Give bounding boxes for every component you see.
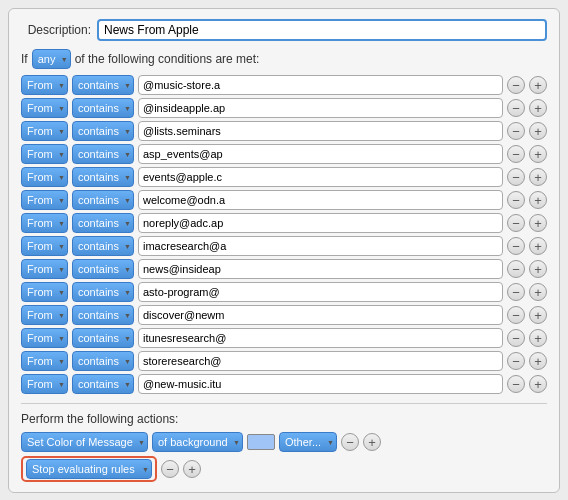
- remove-rule-11[interactable]: −: [507, 329, 525, 347]
- rule-val-8[interactable]: [138, 259, 503, 279]
- remove-rule-3[interactable]: −: [507, 145, 525, 163]
- rule-row-10: From contains − +: [21, 305, 547, 325]
- rule-field-5[interactable]: From: [21, 190, 68, 210]
- rule-val-9[interactable]: [138, 282, 503, 302]
- rule-op-7[interactable]: contains: [72, 236, 134, 256]
- add-rule-6[interactable]: +: [529, 214, 547, 232]
- rule-row-11: From contains − +: [21, 328, 547, 348]
- remove-rule-4[interactable]: −: [507, 168, 525, 186]
- rule-field-12[interactable]: From: [21, 351, 68, 371]
- rule-row-9: From contains − +: [21, 282, 547, 302]
- rule-op-12[interactable]: contains: [72, 351, 134, 371]
- divider: [21, 403, 547, 404]
- rule-op-10[interactable]: contains: [72, 305, 134, 325]
- rule-field-2[interactable]: From: [21, 121, 68, 141]
- remove-rule-0[interactable]: −: [507, 76, 525, 94]
- add-rule-3[interactable]: +: [529, 145, 547, 163]
- add-rule-10[interactable]: +: [529, 306, 547, 324]
- rule-val-10[interactable]: [138, 305, 503, 325]
- action-field-1[interactable]: Set Color of Message: [21, 432, 148, 452]
- add-rule-0[interactable]: +: [529, 76, 547, 94]
- rule-val-7[interactable]: [138, 236, 503, 256]
- rule-field-4[interactable]: From: [21, 167, 68, 187]
- rule-val-2[interactable]: [138, 121, 503, 141]
- rule-field-9[interactable]: From: [21, 282, 68, 302]
- rule-op-2[interactable]: contains: [72, 121, 134, 141]
- rule-field-1[interactable]: From: [21, 98, 68, 118]
- color-swatch: [247, 434, 275, 450]
- remove-rule-1[interactable]: −: [507, 99, 525, 117]
- rule-field-8[interactable]: From: [21, 259, 68, 279]
- rule-row-3: From contains − +: [21, 144, 547, 164]
- action-color-select[interactable]: Other...: [279, 432, 337, 452]
- rule-op-13[interactable]: contains: [72, 374, 134, 394]
- rule-row-13: From contains − +: [21, 374, 547, 394]
- action-op-1[interactable]: of background: [152, 432, 243, 452]
- rule-field-3[interactable]: From: [21, 144, 68, 164]
- rule-op-0[interactable]: contains: [72, 75, 134, 95]
- add-rule-12[interactable]: +: [529, 352, 547, 370]
- rule-op-1[interactable]: contains: [72, 98, 134, 118]
- rule-field-6[interactable]: From: [21, 213, 68, 233]
- remove-rule-5[interactable]: −: [507, 191, 525, 209]
- rule-field-7[interactable]: From: [21, 236, 68, 256]
- remove-rule-8[interactable]: −: [507, 260, 525, 278]
- rule-val-13[interactable]: [138, 374, 503, 394]
- remove-rule-13[interactable]: −: [507, 375, 525, 393]
- add-rule-1[interactable]: +: [529, 99, 547, 117]
- add-rule-2[interactable]: +: [529, 122, 547, 140]
- description-input[interactable]: [97, 19, 547, 41]
- add-rule-8[interactable]: +: [529, 260, 547, 278]
- rule-val-6[interactable]: [138, 213, 503, 233]
- action-field-2[interactable]: Stop evaluating rules: [26, 459, 152, 479]
- rule-field-0[interactable]: From: [21, 75, 68, 95]
- add-action-2[interactable]: +: [183, 460, 201, 478]
- any-select-wrapper: any all: [32, 49, 71, 69]
- remove-rule-2[interactable]: −: [507, 122, 525, 140]
- rule-val-0[interactable]: [138, 75, 503, 95]
- add-rule-5[interactable]: +: [529, 191, 547, 209]
- action-row-2: Stop evaluating rules − +: [21, 456, 547, 482]
- remove-rule-10[interactable]: −: [507, 306, 525, 324]
- rule-op-9[interactable]: contains: [72, 282, 134, 302]
- add-action-1[interactable]: +: [363, 433, 381, 451]
- stop-rule-container: Stop evaluating rules: [21, 456, 157, 482]
- condition-header: If any all of the following conditions a…: [21, 49, 547, 69]
- rule-row-4: From contains − +: [21, 167, 547, 187]
- rule-field-13[interactable]: From: [21, 374, 68, 394]
- remove-rule-6[interactable]: −: [507, 214, 525, 232]
- any-select[interactable]: any all: [32, 49, 71, 69]
- description-row: Description:: [21, 19, 547, 41]
- remove-action-1[interactable]: −: [341, 433, 359, 451]
- add-rule-11[interactable]: +: [529, 329, 547, 347]
- rules-panel: Description: If any all of the following…: [8, 8, 560, 493]
- rule-field-10[interactable]: From: [21, 305, 68, 325]
- remove-action-2[interactable]: −: [161, 460, 179, 478]
- remove-rule-12[interactable]: −: [507, 352, 525, 370]
- add-rule-9[interactable]: +: [529, 283, 547, 301]
- add-rule-7[interactable]: +: [529, 237, 547, 255]
- add-rule-13[interactable]: +: [529, 375, 547, 393]
- rule-op-6[interactable]: contains: [72, 213, 134, 233]
- rule-row-6: From contains − +: [21, 213, 547, 233]
- rule-op-3[interactable]: contains: [72, 144, 134, 164]
- rule-val-1[interactable]: [138, 98, 503, 118]
- rule-val-5[interactable]: [138, 190, 503, 210]
- description-label: Description:: [21, 23, 91, 37]
- remove-rule-9[interactable]: −: [507, 283, 525, 301]
- rule-row-0: From contains − +: [21, 75, 547, 95]
- actions-label: Perform the following actions:: [21, 412, 547, 426]
- rule-field-11[interactable]: From: [21, 328, 68, 348]
- rules-list: From contains − + From contains − + From: [21, 75, 547, 395]
- rule-val-12[interactable]: [138, 351, 503, 371]
- rule-op-5[interactable]: contains: [72, 190, 134, 210]
- rule-val-4[interactable]: [138, 167, 503, 187]
- add-rule-4[interactable]: +: [529, 168, 547, 186]
- rule-val-11[interactable]: [138, 328, 503, 348]
- remove-rule-7[interactable]: −: [507, 237, 525, 255]
- rule-op-4[interactable]: contains: [72, 167, 134, 187]
- rule-op-8[interactable]: contains: [72, 259, 134, 279]
- rule-op-11[interactable]: contains: [72, 328, 134, 348]
- rule-val-3[interactable]: [138, 144, 503, 164]
- rule-row-12: From contains − +: [21, 351, 547, 371]
